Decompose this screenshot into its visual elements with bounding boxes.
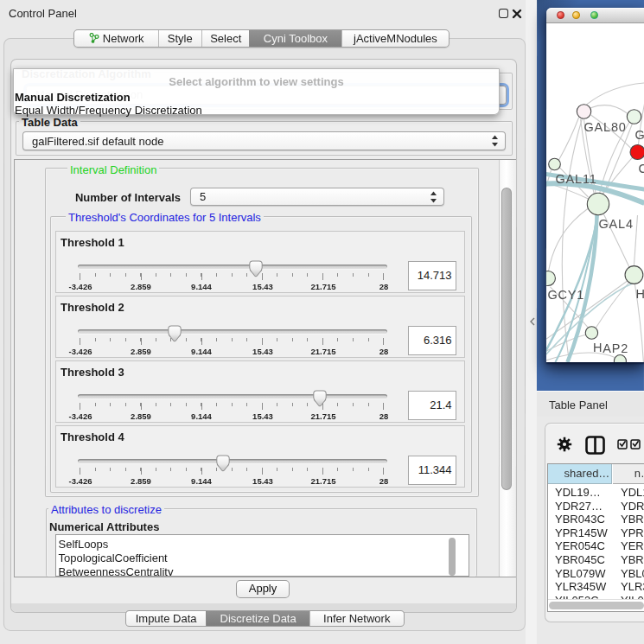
svg-text:C: C xyxy=(638,162,644,175)
svg-text:GCY1: GCY1 xyxy=(547,288,584,302)
svg-text:HAP2: HAP2 xyxy=(592,341,628,354)
svg-text:GAL4: GAL4 xyxy=(598,217,633,231)
svg-text:GAL80: GAL80 xyxy=(583,120,626,134)
svg-text:H: H xyxy=(635,287,644,301)
svg-text:GAL11: GAL11 xyxy=(555,172,596,186)
svg-text:GA: GA xyxy=(634,128,644,142)
